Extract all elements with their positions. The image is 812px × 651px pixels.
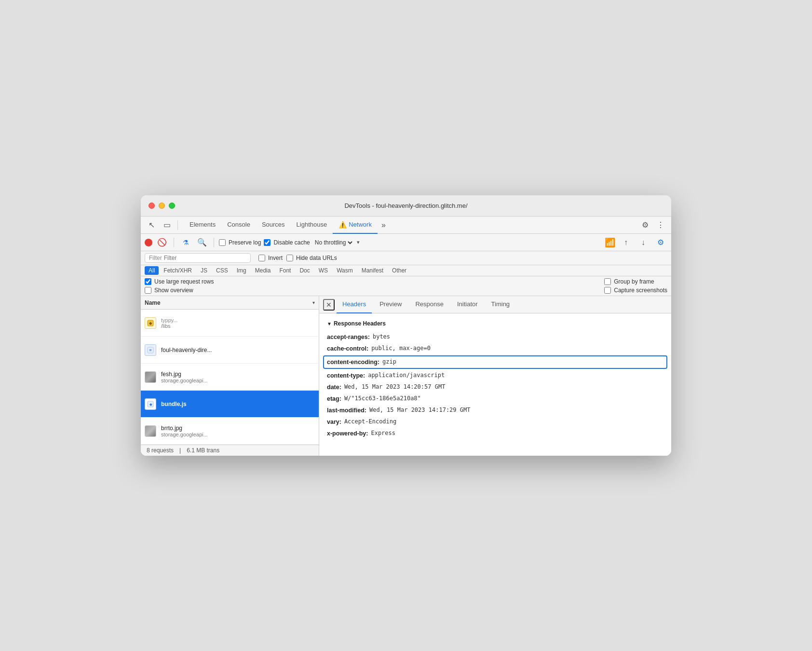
options-bar: Use large request rows Show overview Gro… xyxy=(141,276,671,296)
more-tabs-button[interactable]: » xyxy=(378,217,390,234)
filter-search-icon: Filter xyxy=(149,255,162,261)
options-right: Group by frame Capture screenshots xyxy=(604,278,667,294)
preserve-log-checkbox-label[interactable]: Preserve log xyxy=(219,239,261,246)
tab-sources[interactable]: Sources xyxy=(256,217,291,234)
invert-checkbox-label[interactable]: Invert xyxy=(258,255,283,261)
tab-elements[interactable]: Elements xyxy=(184,217,221,234)
tab-headers[interactable]: Headers xyxy=(337,296,372,313)
divider: | xyxy=(179,447,181,454)
type-filter-all[interactable]: All xyxy=(145,266,159,275)
filter-input[interactable] xyxy=(164,255,236,261)
type-filter-bar: AllFetch/XHRJSCSSImgMediaFontDocWSWasmMa… xyxy=(141,265,671,276)
close-detail-button[interactable]: ✕ xyxy=(323,299,335,311)
type-filter-manifest[interactable]: Manifest xyxy=(358,266,387,275)
cursor-tool-button[interactable]: ↖ xyxy=(145,218,158,232)
tab-network[interactable]: ⚠️ Network xyxy=(333,217,378,234)
type-filter-doc[interactable]: Doc xyxy=(296,266,313,275)
large-rows-checkbox[interactable] xyxy=(145,278,151,285)
request-text-brrto: brrto.jpg storage.googleapi... xyxy=(161,425,315,437)
titlebar: DevTools - foul-heavenly-direction.glitc… xyxy=(141,195,671,217)
tab-console[interactable]: Console xyxy=(221,217,256,234)
show-overview-checkbox-label[interactable]: Show overview xyxy=(145,287,214,294)
svg-text:◈: ◈ xyxy=(149,403,152,406)
request-item-bundle-js[interactable]: ◈ bundle.js xyxy=(141,391,319,418)
filter-right: Invert Hide data URLs xyxy=(258,255,337,261)
record-button[interactable] xyxy=(145,239,152,246)
sort-icon: ▾ xyxy=(312,300,315,305)
large-rows-checkbox-label[interactable]: Use large request rows xyxy=(145,278,214,285)
request-list: ◈ typpy... /libs ≡ foul-heavenly xyxy=(141,310,319,445)
type-filter-font[interactable]: Font xyxy=(275,266,295,275)
request-text-libs: typpy... /libs xyxy=(161,317,315,329)
type-filter-ws[interactable]: WS xyxy=(315,266,332,275)
filter-input-wrap: Filter xyxy=(145,253,251,263)
throttle-select[interactable]: No throttling xyxy=(313,239,354,246)
more-options-button[interactable]: ⋮ xyxy=(654,218,667,232)
show-overview-checkbox[interactable] xyxy=(145,287,151,294)
tab-initiator[interactable]: Initiator xyxy=(451,296,484,313)
maximize-button[interactable] xyxy=(169,203,175,209)
clear-button[interactable]: 🚫 xyxy=(155,236,169,249)
gear-icon: ⚙ xyxy=(642,220,649,230)
traffic-lights xyxy=(149,203,175,209)
tab-lighthouse[interactable]: Lighthouse xyxy=(291,217,333,234)
search-button[interactable]: 🔍 xyxy=(195,236,209,249)
minimize-button[interactable] xyxy=(159,203,165,209)
type-filter-media[interactable]: Media xyxy=(251,266,275,275)
request-item-brrto[interactable]: brrto.jpg storage.googleapi... xyxy=(141,418,319,445)
header-etag: etag: W/"15cc63-186e5a210a8" xyxy=(327,394,663,404)
capture-screenshots-checkbox[interactable] xyxy=(604,287,611,294)
device-toolbar-button[interactable]: ▭ xyxy=(160,218,174,232)
filter-button[interactable]: ⚗ xyxy=(179,236,192,249)
request-item-libs[interactable]: ◈ typpy... /libs xyxy=(141,310,319,337)
response-headers-title: ▼ Response Headers xyxy=(327,319,663,328)
upload-icon: ↑ xyxy=(624,238,628,247)
close-button[interactable] xyxy=(149,203,155,209)
type-filter-img[interactable]: Img xyxy=(233,266,250,275)
header-vary: vary: Accept-Encoding xyxy=(327,417,663,427)
type-filter-fetch-xhr[interactable]: Fetch/XHR xyxy=(160,266,196,275)
request-item-fesh[interactable]: fesh.jpg storage.googleapi... xyxy=(141,364,319,391)
disable-cache-checkbox[interactable] xyxy=(264,239,271,246)
request-item-foul-heavenly[interactable]: ≡ foul-heavenly-dire... xyxy=(141,337,319,364)
toolbar-divider-2 xyxy=(174,238,174,247)
network-settings-button[interactable]: ⚙ xyxy=(654,236,667,249)
toolbar-divider-1 xyxy=(177,220,178,230)
capture-screenshots-checkbox-label[interactable]: Capture screenshots xyxy=(604,287,667,294)
preserve-log-checkbox[interactable] xyxy=(219,239,226,246)
request-icon-bundle: ◈ xyxy=(145,398,156,410)
request-text-fesh: fesh.jpg storage.googleapi... xyxy=(161,371,315,383)
column-header: Name ▾ xyxy=(141,296,319,310)
wifi-settings-icon[interactable]: 📶 xyxy=(605,237,615,248)
tab-preview[interactable]: Preview xyxy=(374,296,407,313)
type-filter-wasm[interactable]: Wasm xyxy=(333,266,357,275)
group-by-frame-checkbox[interactable] xyxy=(604,278,611,285)
type-filter-css[interactable]: CSS xyxy=(212,266,232,275)
disable-cache-checkbox-label[interactable]: Disable cache xyxy=(264,239,310,246)
collapse-arrow[interactable]: ▼ xyxy=(327,320,332,328)
download-icon: ↓ xyxy=(641,238,645,247)
upload-button[interactable]: ↑ xyxy=(619,236,633,249)
right-panel: ✕ Headers Preview Response Initiator Tim… xyxy=(319,296,671,456)
request-text-foul-heavenly: foul-heavenly-dire... xyxy=(161,347,315,353)
download-button[interactable]: ↓ xyxy=(636,236,650,249)
left-panel: Name ▾ ◈ typpy... /libs xyxy=(141,296,319,456)
secondary-toolbar: 🚫 ⚗ 🔍 Preserve log Disable cache No thro… xyxy=(141,234,671,251)
gear-blue-icon: ⚙ xyxy=(657,238,664,247)
hide-data-urls-checkbox[interactable] xyxy=(286,255,293,261)
header-date: date: Wed, 15 Mar 2023 14:20:57 GMT xyxy=(327,382,663,392)
devtools-body: ↖ ▭ Elements Console Sources Lighthouse xyxy=(141,217,671,456)
hide-data-urls-checkbox-label[interactable]: Hide data URLs xyxy=(286,255,337,261)
secondary-right: 📶 ↑ ↓ ⚙ xyxy=(605,236,667,249)
request-text-bundle: bundle.js xyxy=(161,401,315,407)
tab-timing[interactable]: Timing xyxy=(486,296,516,313)
invert-checkbox[interactable] xyxy=(258,255,265,261)
type-filter-other[interactable]: Other xyxy=(388,266,410,275)
request-count: 8 requests xyxy=(147,447,174,454)
type-filter-js[interactable]: JS xyxy=(197,266,211,275)
tab-response[interactable]: Response xyxy=(409,296,449,313)
request-icon-libs: ◈ xyxy=(145,317,156,329)
headers-panel: ▼ Response Headers accept-ranges: bytes … xyxy=(319,313,671,446)
settings-button[interactable]: ⚙ xyxy=(638,218,652,232)
group-by-frame-checkbox-label[interactable]: Group by frame xyxy=(604,278,667,285)
